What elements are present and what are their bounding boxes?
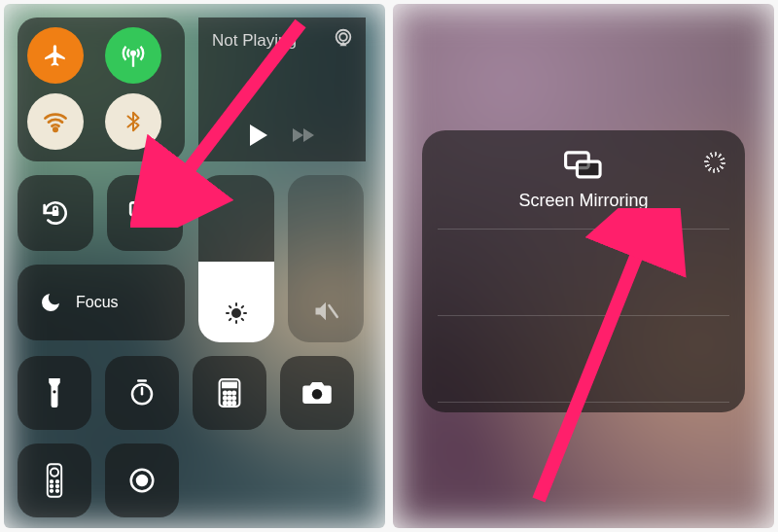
svg-point-24 <box>224 392 227 395</box>
svg-point-25 <box>229 392 231 395</box>
svg-point-33 <box>312 389 322 399</box>
airplane-icon <box>43 43 68 68</box>
svg-rect-23 <box>223 383 236 388</box>
fast-forward-button[interactable] <box>293 128 314 142</box>
moon-icon <box>39 291 62 314</box>
play-button[interactable] <box>250 124 267 146</box>
connectivity-group <box>18 18 185 161</box>
apple-tv-remote-button[interactable] <box>18 443 91 517</box>
now-playing-tile[interactable]: Not Playing <box>198 18 366 161</box>
svg-point-36 <box>51 480 53 482</box>
svg-point-2 <box>53 128 56 131</box>
col-left: Focus <box>18 175 185 340</box>
svg-point-30 <box>224 402 227 405</box>
focus-label: Focus <box>76 294 119 311</box>
cellular-antenna-icon <box>120 42 147 69</box>
svg-point-26 <box>232 392 235 395</box>
media-status: Not Playing <box>212 31 352 51</box>
loading-spinner-icon <box>704 152 725 173</box>
svg-point-8 <box>232 309 240 317</box>
bluetooth-icon <box>123 108 144 135</box>
screen-mirroring-sheet-container: Screen Mirroring <box>393 4 774 528</box>
svg-point-39 <box>56 485 58 487</box>
timer-icon <box>127 378 157 408</box>
airplay-icon[interactable] <box>333 27 354 49</box>
apple-tv-remote-icon <box>46 463 63 498</box>
timer-button[interactable] <box>105 356 179 430</box>
device-list-row[interactable] <box>438 230 729 298</box>
svg-point-37 <box>56 480 58 482</box>
brightness-slider[interactable] <box>198 175 274 342</box>
calculator-icon <box>218 378 241 408</box>
camera-icon <box>301 380 333 406</box>
screen-mirroring-icon <box>128 199 161 227</box>
airplane-mode-toggle[interactable] <box>27 27 84 84</box>
rotation-lock-icon <box>40 197 71 229</box>
row-remote-record <box>18 443 371 517</box>
volume-slider[interactable] <box>288 175 364 342</box>
camera-button[interactable] <box>280 356 354 430</box>
svg-point-4 <box>339 33 347 41</box>
screen-mirroring-panel: Screen Mirroring <box>393 4 774 528</box>
svg-point-0 <box>131 52 135 55</box>
cellular-data-toggle[interactable] <box>105 27 161 84</box>
screen-record-button[interactable] <box>105 443 179 517</box>
wifi-toggle[interactable] <box>27 93 84 150</box>
row-connectivity-media: Not Playing <box>18 18 371 161</box>
device-list-row[interactable] <box>438 316 729 384</box>
flashlight-button[interactable] <box>18 356 91 430</box>
screen-mirroring-card[interactable]: Screen Mirroring <box>422 130 745 412</box>
svg-point-28 <box>229 397 231 400</box>
screen-mirroring-header: Screen Mirroring <box>438 150 729 211</box>
fast-forward-icon <box>303 128 314 142</box>
media-controls <box>198 124 366 146</box>
svg-line-15 <box>230 319 230 320</box>
svg-point-38 <box>51 485 53 487</box>
svg-point-40 <box>51 490 53 492</box>
svg-point-43 <box>137 476 147 485</box>
wifi-icon <box>42 108 69 135</box>
svg-line-16 <box>242 306 243 307</box>
mute-icon <box>288 298 364 325</box>
row-utilities <box>18 356 371 430</box>
svg-point-35 <box>51 469 58 477</box>
bluetooth-toggle[interactable] <box>105 93 161 150</box>
screen-mirroring-button[interactable] <box>107 175 183 251</box>
focus-button[interactable]: Focus <box>18 265 185 340</box>
calculator-button[interactable] <box>193 356 266 430</box>
screen-mirroring-icon <box>563 150 604 181</box>
brightness-icon <box>198 301 274 325</box>
svg-rect-7 <box>140 210 159 223</box>
svg-line-17 <box>330 305 337 317</box>
divider <box>438 402 729 403</box>
svg-point-41 <box>56 490 58 492</box>
row-lock-sliders: Focus <box>18 175 371 342</box>
svg-point-32 <box>232 402 235 405</box>
screen-mirroring-title: Screen Mirroring <box>518 191 648 211</box>
svg-line-14 <box>242 319 243 320</box>
fast-forward-icon <box>293 128 303 142</box>
svg-line-13 <box>230 306 230 307</box>
control-center: Not Playing <box>4 4 385 528</box>
svg-rect-46 <box>577 161 600 177</box>
control-center-panel: Not Playing <box>4 4 385 528</box>
svg-point-31 <box>229 402 231 405</box>
flashlight-icon <box>46 378 63 408</box>
svg-point-18 <box>53 390 55 393</box>
rotation-lock-button[interactable] <box>18 175 93 251</box>
svg-point-29 <box>232 397 235 400</box>
svg-point-27 <box>224 397 227 400</box>
screen-record-icon <box>127 466 157 495</box>
